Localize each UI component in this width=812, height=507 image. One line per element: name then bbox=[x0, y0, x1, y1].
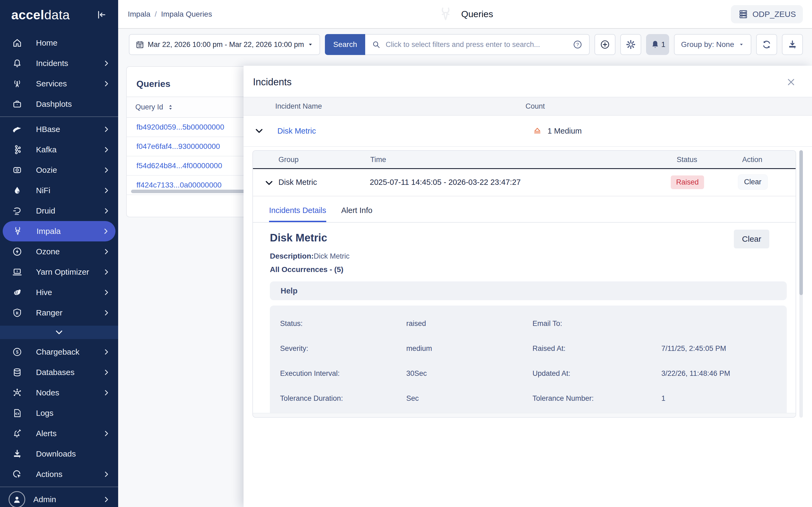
sidebar-item-home[interactable]: Home bbox=[0, 33, 118, 53]
incident-detail-card: Group Time Status Action Disk Metric 202… bbox=[252, 150, 796, 418]
sidebar-item-nodes[interactable]: Nodes bbox=[0, 383, 118, 403]
help-section[interactable]: Help bbox=[270, 281, 787, 300]
column-action: Action bbox=[742, 156, 762, 164]
sidebar-item-databases[interactable]: Databases bbox=[0, 362, 118, 383]
sidebar-item-kafka[interactable]: Kafka bbox=[0, 139, 118, 160]
sidebar-expander[interactable] bbox=[0, 326, 118, 339]
chevron-right-icon bbox=[103, 80, 110, 88]
chevron-right-icon bbox=[103, 146, 110, 154]
sidebar-item-chargeback[interactable]: Chargeback bbox=[0, 342, 118, 362]
bell-icon bbox=[11, 57, 23, 69]
breadcrumb: Impala / Impala Queries bbox=[118, 10, 212, 18]
database-icon bbox=[11, 367, 23, 378]
search-icon bbox=[372, 40, 381, 49]
sidebar-item-oozie[interactable]: Oozie bbox=[0, 160, 118, 180]
ranger-shield-icon bbox=[11, 307, 23, 319]
status-badge: Raised bbox=[671, 175, 704, 189]
sidebar-item-druid[interactable]: Druid bbox=[0, 201, 118, 221]
group-by-dropdown[interactable]: Group by: None bbox=[674, 34, 751, 55]
antenna-icon bbox=[11, 78, 23, 90]
chevron-right-icon bbox=[103, 268, 110, 276]
sidebar-item-impala[interactable]: Impala bbox=[3, 221, 115, 241]
sidebar-item-actions[interactable]: Actions bbox=[0, 464, 118, 485]
sidebar-item-label: Incidents bbox=[36, 59, 68, 68]
sidebar-item-ranger[interactable]: Ranger bbox=[0, 302, 118, 323]
filter-search-field[interactable] bbox=[365, 34, 590, 55]
sidebar-item-downloads[interactable]: Downloads bbox=[0, 444, 118, 464]
sidebar-item-dashplots[interactable]: Dashplots bbox=[0, 94, 118, 114]
sidebar-item-admin[interactable]: Admin bbox=[0, 489, 118, 507]
date-range-picker[interactable]: Mar 22, 2026 10:00 pm - Mar 22, 2026 10:… bbox=[129, 34, 320, 55]
chevron-down-icon[interactable] bbox=[254, 126, 264, 136]
settings-gear-button[interactable] bbox=[620, 34, 641, 55]
sidebar-item-ozone[interactable]: Ozone bbox=[0, 241, 118, 262]
home-icon bbox=[11, 37, 23, 49]
sidebar-item-label: Yarn Optimizer bbox=[36, 268, 89, 277]
field-label: Tolerance Duration: bbox=[280, 394, 406, 403]
breadcrumb-impala-queries[interactable]: Impala Queries bbox=[161, 10, 212, 18]
dollar-icon bbox=[11, 346, 23, 358]
breadcrumb-impala[interactable]: Impala bbox=[128, 10, 150, 18]
sort-icon[interactable] bbox=[167, 104, 174, 111]
chevron-right-icon bbox=[103, 187, 110, 194]
filter-search-input[interactable] bbox=[386, 41, 568, 49]
refresh-button[interactable] bbox=[756, 34, 777, 55]
sidebar-item-hive[interactable]: Hive bbox=[0, 282, 118, 302]
caret-down-icon bbox=[739, 42, 744, 48]
sidebar-item-label: Databases bbox=[36, 368, 74, 377]
sidebar-item-label: Actions bbox=[36, 470, 62, 479]
incident-count: 1 Medium bbox=[533, 127, 581, 135]
sidebar-item-incidents[interactable]: Incidents bbox=[0, 53, 118, 73]
bell-count: 1 bbox=[661, 40, 666, 49]
clear-button[interactable]: Clear bbox=[734, 230, 769, 248]
chevron-right-icon bbox=[103, 470, 110, 478]
sidebar-item-label: Nodes bbox=[36, 388, 59, 397]
nodes-icon bbox=[11, 387, 23, 399]
field-label: Status: bbox=[280, 320, 406, 328]
sidebar-item-label: Oozie bbox=[36, 166, 57, 175]
page-title: Queries bbox=[461, 9, 493, 19]
incident-fields: Status: raised Email To: Severity: mediu… bbox=[270, 305, 787, 418]
sidebar-item-label: Ozone bbox=[36, 247, 60, 256]
sidebar-item-hbase[interactable]: HBase bbox=[0, 119, 118, 139]
top-bar: Impala / Impala Queries Queries ODP_ZEUS bbox=[118, 0, 812, 29]
chevron-down-icon[interactable] bbox=[264, 178, 274, 188]
field-label: Email To: bbox=[532, 320, 661, 328]
caret-down-icon bbox=[307, 41, 314, 48]
tab-alert-info[interactable]: Alert Info bbox=[341, 206, 372, 222]
incidents-panel-title: Incidents bbox=[253, 76, 292, 88]
search-button[interactable]: Search bbox=[325, 34, 365, 55]
sidebar-item-logs[interactable]: Logs bbox=[0, 403, 118, 423]
sidebar-item-services[interactable]: Services bbox=[0, 73, 118, 94]
notifications-bell-button[interactable]: 1 bbox=[646, 34, 669, 55]
sidebar-item-yarn-optimizer[interactable]: Yarn Optimizer bbox=[0, 262, 118, 282]
vertical-scrollbar[interactable] bbox=[799, 150, 803, 418]
chevron-right-icon bbox=[103, 348, 110, 356]
export-download-button[interactable] bbox=[782, 34, 803, 55]
help-icon[interactable] bbox=[572, 40, 583, 50]
sidebar-divider bbox=[0, 116, 118, 117]
close-icon[interactable] bbox=[786, 77, 797, 88]
incident-name-link[interactable]: Disk Metric bbox=[277, 127, 316, 135]
field-value bbox=[661, 320, 787, 328]
clear-action-button[interactable]: Clear bbox=[738, 174, 768, 190]
sidebar-item-label: Services bbox=[36, 79, 67, 88]
sidebar-item-label: Alerts bbox=[36, 429, 57, 438]
sidebar-item-nifi[interactable]: NiFi bbox=[0, 180, 118, 201]
field-value: Sec bbox=[406, 394, 532, 403]
card-footer bbox=[253, 413, 796, 417]
tab-incidents-details[interactable]: Incidents Details bbox=[269, 206, 326, 222]
sidebar-item-label: Chargeback bbox=[36, 347, 80, 356]
cluster-selector-button[interactable]: ODP_ZEUS bbox=[731, 5, 803, 23]
sidebar-item-alerts[interactable]: Alerts bbox=[0, 423, 118, 444]
add-button[interactable] bbox=[595, 34, 615, 55]
cluster-name: ODP_ZEUS bbox=[752, 10, 796, 19]
chevron-right-icon bbox=[103, 369, 110, 376]
scrollbar-thumb[interactable] bbox=[799, 150, 803, 295]
field-value: 1 bbox=[661, 394, 787, 403]
sidebar-collapse-button[interactable] bbox=[95, 8, 108, 21]
query-id-label: Query Id bbox=[135, 103, 163, 111]
chevron-right-icon bbox=[103, 309, 110, 317]
sidebar-item-label: Dashplots bbox=[36, 100, 72, 109]
download-icon bbox=[11, 448, 23, 460]
